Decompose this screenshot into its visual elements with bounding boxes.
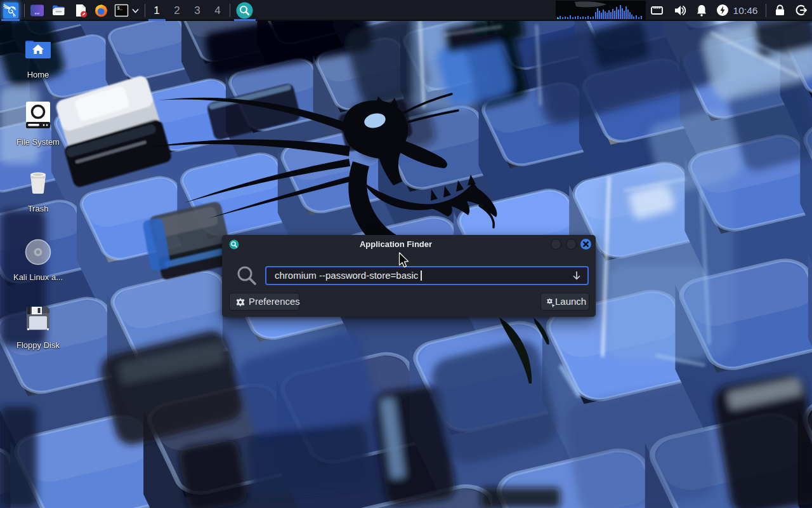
svg-text:$_: $_ — [117, 6, 123, 11]
